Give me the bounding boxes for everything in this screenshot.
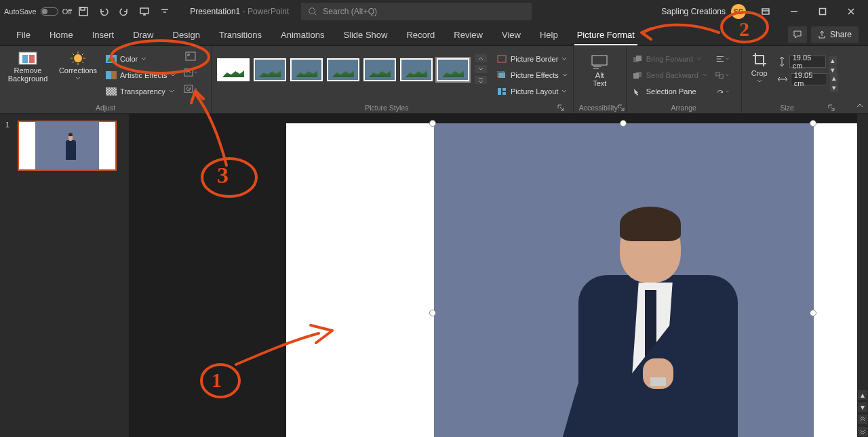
close-button[interactable] — [838, 0, 864, 23]
scroll-up-icon[interactable]: ▴ — [858, 390, 867, 400]
picture-layout-button[interactable]: Picture Layout — [496, 85, 568, 98]
reset-picture-button[interactable] — [184, 83, 197, 95]
height-value[interactable]: 19.05 cm — [789, 56, 826, 68]
minimize-button[interactable] — [781, 0, 807, 23]
svg-rect-38 — [633, 73, 639, 79]
resize-handle[interactable] — [810, 120, 816, 127]
style-thumb[interactable] — [400, 58, 433, 81]
picture-border-button[interactable]: Picture Border — [496, 53, 568, 65]
selection-pane-button[interactable]: Selection Pane — [632, 85, 707, 98]
tab-design[interactable]: Design — [163, 24, 210, 45]
height-icon — [777, 56, 787, 67]
tab-insert[interactable]: Insert — [83, 24, 124, 45]
slide-panel[interactable]: 1 — [0, 114, 129, 437]
gallery-more-icon[interactable] — [475, 76, 487, 84]
tab-slide-show[interactable]: Slide Show — [334, 24, 397, 45]
comments-button[interactable] — [788, 26, 807, 43]
resize-handle[interactable] — [429, 120, 436, 127]
style-thumb[interactable] — [290, 58, 323, 81]
bring-forward-button[interactable]: Bring Forward — [632, 53, 707, 65]
maximize-button[interactable] — [810, 0, 835, 23]
dialog-launcher-icon[interactable] — [827, 104, 835, 112]
svg-rect-8 — [29, 55, 35, 63]
height-spinner[interactable]: ▴▾ — [829, 56, 837, 68]
align-button[interactable] — [715, 53, 729, 65]
group-accessibility: Alt Text Accessibility — [574, 46, 627, 113]
share-button[interactable]: Share — [811, 26, 859, 43]
remove-background-button[interactable]: Remove Background — [5, 50, 50, 83]
next-slide-icon[interactable] — [858, 427, 867, 436]
svg-rect-4 — [762, 9, 769, 14]
tab-transitions[interactable]: Transitions — [210, 24, 271, 45]
qat-more-icon[interactable] — [156, 3, 174, 20]
picture-effects-button[interactable]: Picture Effects — [496, 69, 568, 81]
tab-home[interactable]: Home — [40, 24, 83, 45]
svg-rect-19 — [106, 71, 111, 79]
svg-point-9 — [74, 54, 82, 62]
width-field[interactable]: 19.05 cm ▴▾ — [777, 72, 838, 87]
slide-canvas[interactable]: ▴ ▾ — [129, 114, 868, 437]
undo-icon[interactable] — [95, 3, 113, 20]
tab-picture-format[interactable]: Picture Format — [568, 24, 644, 45]
rotate-button[interactable] — [715, 85, 729, 98]
redo-icon[interactable] — [115, 3, 133, 20]
save-icon[interactable] — [75, 3, 92, 20]
autosave-toggle[interactable]: AutoSave Off — [4, 7, 72, 16]
ribbon-display-icon[interactable] — [753, 0, 778, 23]
tab-help[interactable]: Help — [530, 24, 568, 45]
search-input[interactable]: Search (Alt+Q) — [301, 3, 532, 20]
prev-slide-icon[interactable] — [858, 415, 867, 424]
tab-view[interactable]: View — [492, 24, 530, 45]
tab-record[interactable]: Record — [397, 24, 444, 45]
dialog-launcher-icon[interactable] — [557, 104, 565, 112]
gallery-scroll[interactable] — [475, 54, 487, 84]
layout-icon — [496, 87, 507, 96]
scroll-down-icon[interactable]: ▾ — [858, 402, 867, 412]
width-spinner[interactable]: ▴▾ — [830, 73, 838, 85]
account-button[interactable]: Sapling Creations SC — [661, 4, 746, 19]
ribbon-tabs: File Home Insert Draw Design Transitions… — [0, 23, 868, 46]
style-thumb[interactable] — [327, 58, 359, 81]
alt-text-button[interactable]: Alt Text — [583, 50, 616, 87]
width-value[interactable]: 19.05 cm — [791, 73, 827, 85]
slide-thumbnail-1[interactable]: 1 — [5, 121, 123, 171]
artistic-icon — [106, 70, 117, 80]
group-button[interactable] — [715, 69, 729, 81]
effects-icon — [496, 70, 507, 80]
user-name: Sapling Creations — [661, 7, 726, 16]
height-field[interactable]: 19.05 cm ▴▾ — [777, 54, 838, 69]
dialog-launcher-icon[interactable] — [618, 104, 625, 112]
chevron-down-icon — [169, 89, 174, 94]
tab-review[interactable]: Review — [444, 24, 492, 45]
svg-rect-18 — [106, 55, 117, 63]
work-area: 1 — [0, 114, 868, 437]
transparency-button[interactable]: Transparency — [106, 85, 176, 98]
color-button[interactable]: Color — [106, 53, 176, 65]
chevron-down-icon[interactable] — [475, 65, 487, 73]
collapse-ribbon-button[interactable] — [854, 101, 865, 112]
corrections-button[interactable]: Corrections — [56, 50, 100, 81]
styles-gallery[interactable] — [217, 50, 487, 84]
group-label-accessibility: Accessibility — [579, 104, 618, 112]
tab-draw[interactable]: Draw — [123, 24, 163, 45]
vertical-scrollbar[interactable]: ▴ ▾ — [857, 114, 868, 437]
resize-handle[interactable] — [429, 310, 436, 316]
style-thumb[interactable] — [437, 58, 469, 81]
style-thumb[interactable] — [217, 58, 250, 81]
doc-name: Presentation1 — [190, 7, 240, 16]
compress-picture-button[interactable] — [184, 50, 197, 62]
resize-handle[interactable] — [620, 120, 627, 127]
change-picture-button[interactable] — [184, 66, 197, 79]
svg-rect-25 — [186, 52, 195, 60]
slide-thumb[interactable] — [18, 121, 117, 171]
style-thumb[interactable] — [363, 58, 396, 81]
chevron-up-icon[interactable] — [475, 54, 487, 62]
crop-button[interactable]: Crop — [747, 50, 772, 84]
tab-file[interactable]: File — [7, 24, 40, 45]
tab-animations[interactable]: Animations — [271, 24, 334, 45]
resize-handle[interactable] — [810, 310, 816, 316]
send-backward-button[interactable]: Send Backward — [632, 69, 707, 81]
artistic-effects-button[interactable]: Artistic Effects — [106, 69, 176, 81]
present-icon[interactable] — [136, 3, 153, 20]
style-thumb[interactable] — [254, 58, 286, 81]
